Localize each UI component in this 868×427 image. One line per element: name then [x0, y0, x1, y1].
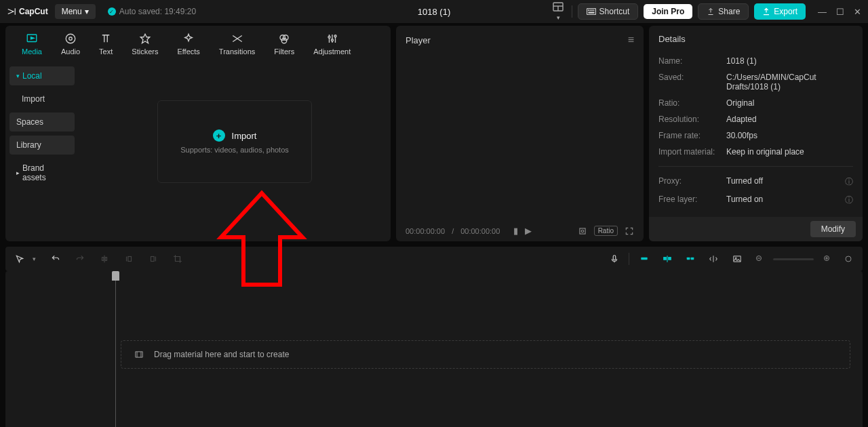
svg-rect-8: [589, 12, 594, 13]
detail-row-proxy: Proxy:Turned offⓘ: [658, 176, 853, 188]
tab-effects[interactable]: Effects: [167, 30, 209, 61]
media-tabs: Media Audio Text Stickers Effects Transi…: [5, 26, 391, 61]
tab-adjustment[interactable]: Adjustment: [304, 30, 360, 61]
player-footer: 00:00:00:00 / 00:00:00:00 ▮ ▶ Ratio: [396, 220, 644, 241]
info-icon[interactable]: ⓘ: [845, 176, 853, 188]
modify-button[interactable]: Modify: [810, 221, 856, 237]
zoom-out-button[interactable]: [753, 252, 766, 266]
playhead-line: [115, 271, 116, 427]
stickers-icon: [139, 33, 151, 45]
svg-rect-32: [613, 256, 616, 260]
caret-right-icon: ▸: [16, 169, 20, 176]
svg-point-12: [69, 37, 73, 41]
tab-audio[interactable]: Audio: [52, 30, 90, 61]
cover-button[interactable]: [728, 251, 746, 266]
layout-button[interactable]: ▾: [550, 0, 566, 24]
tab-transitions[interactable]: Transitions: [210, 30, 264, 61]
tab-text[interactable]: Text: [90, 30, 122, 61]
selection-tool[interactable]: [12, 251, 27, 266]
svg-rect-37: [687, 258, 690, 260]
share-button[interactable]: Share: [698, 3, 749, 20]
plus-icon: +: [213, 129, 225, 142]
sidebar-item-import[interactable]: Import: [9, 89, 75, 108]
player-menu-icon[interactable]: ≡: [628, 34, 634, 46]
details-body: Name:1018 (1) Saved:C:/Users/ADMIN/CapCu…: [649, 52, 863, 210]
player-viewport[interactable]: [396, 54, 644, 220]
media-icon: [26, 33, 38, 45]
mic-button[interactable]: [607, 251, 622, 267]
prev-icon[interactable]: ▮: [513, 226, 518, 236]
svg-rect-48: [136, 352, 143, 357]
play-icon[interactable]: ▶: [525, 226, 532, 236]
svg-rect-30: [151, 257, 155, 262]
sidebar-item-spaces[interactable]: Spaces: [9, 113, 75, 131]
capcut-icon: [7, 7, 16, 16]
delete-right-button[interactable]: [146, 251, 161, 266]
sidebar-item-local[interactable]: ▾Local: [9, 66, 75, 85]
zoom-fit-button[interactable]: [841, 252, 856, 266]
zoom-slider[interactable]: [773, 258, 814, 260]
sidebar-item-library[interactable]: Library: [9, 136, 75, 155]
svg-rect-35: [664, 258, 667, 260]
timeline-hint-text: Drag material here and start to create: [154, 350, 289, 359]
ratio-badge[interactable]: Ratio: [594, 226, 618, 236]
media-body: ▾Local Import Spaces Library ▸Brand asse…: [5, 61, 391, 241]
maximize-button[interactable]: ☐: [836, 7, 844, 17]
import-dropzone[interactable]: + Import Supports: videos, audios, photo…: [157, 100, 312, 183]
menu-button[interactable]: Menu ▾: [55, 4, 96, 19]
join-pro-button[interactable]: Join Pro: [644, 4, 692, 19]
logo-text: CapCut: [19, 7, 48, 16]
info-icon[interactable]: ⓘ: [845, 195, 853, 206]
svg-point-11: [66, 34, 75, 43]
player-panel: Player ≡ 00:00:00:00 / 00:00:00:00 ▮ ▶ R…: [396, 26, 644, 241]
magnet-track-button[interactable]: [659, 251, 675, 266]
playhead-handle[interactable]: [112, 271, 119, 281]
timeline-dropzone[interactable]: Drag material here and start to create: [121, 340, 850, 369]
export-button[interactable]: Export: [754, 3, 806, 20]
crop-button[interactable]: [170, 251, 185, 266]
sidebar-item-brand-assets[interactable]: ▸Brand assets: [9, 159, 75, 187]
checkmark-icon: ✓: [108, 7, 116, 16]
detail-row-saved: Saved:C:/Users/ADMIN/CapCut Drafts/1018 …: [658, 73, 853, 92]
fullscreen-icon[interactable]: [625, 226, 634, 236]
svg-point-6: [591, 10, 592, 11]
adjustment-icon: [326, 33, 338, 45]
undo-button[interactable]: [48, 251, 63, 266]
close-button[interactable]: ✕: [854, 7, 861, 17]
effects-icon: [182, 33, 195, 45]
autosave-status: ✓ Auto saved: 19:49:20: [108, 7, 196, 16]
tab-media[interactable]: Media: [12, 30, 52, 61]
preview-axis-button[interactable]: [705, 251, 722, 266]
media-panel: Media Audio Text Stickers Effects Transi…: [5, 26, 391, 241]
separator: [629, 253, 629, 265]
shortcut-button[interactable]: Shortcut: [578, 3, 639, 20]
share-icon: [707, 7, 715, 16]
split-button[interactable]: [97, 251, 112, 266]
selection-dropdown[interactable]: ▾: [30, 253, 39, 265]
tab-filters[interactable]: Filters: [264, 30, 304, 61]
svg-rect-33: [641, 258, 647, 260]
magnet-main-button[interactable]: [636, 251, 652, 266]
zoom-in-button[interactable]: [821, 252, 834, 266]
svg-rect-3: [587, 9, 595, 15]
link-button[interactable]: [682, 251, 698, 266]
svg-point-24: [581, 230, 584, 232]
player-title: Player: [406, 35, 431, 45]
svg-rect-26: [102, 258, 104, 261]
tab-stickers[interactable]: Stickers: [122, 30, 167, 61]
timeline[interactable]: Drag material here and start to create: [5, 271, 863, 427]
svg-rect-38: [691, 258, 694, 260]
import-area: + Import Supports: videos, audios, photo…: [79, 61, 391, 241]
svg-point-20: [328, 36, 330, 38]
svg-point-15: [283, 35, 289, 41]
redo-button[interactable]: [73, 251, 87, 266]
svg-point-47: [846, 256, 851, 262]
minimize-button[interactable]: —: [818, 7, 827, 17]
crop-icon[interactable]: [578, 226, 587, 236]
film-icon: [134, 350, 144, 359]
modify-bar: Modify: [649, 217, 863, 241]
detail-row-name: Name:1018 (1): [658, 56, 853, 66]
delete-left-button[interactable]: [121, 251, 136, 266]
tab-label: Stickers: [132, 47, 158, 56]
svg-point-5: [590, 10, 591, 11]
